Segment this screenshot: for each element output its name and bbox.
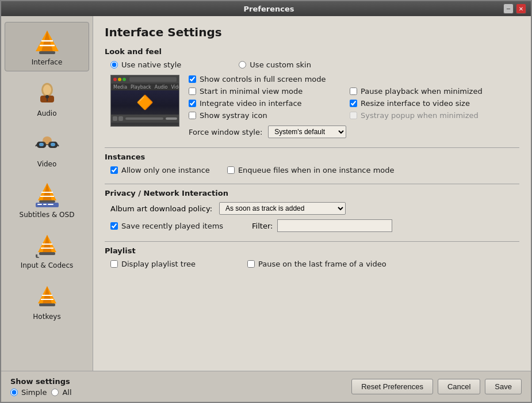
main-panel: Interface Settings Look and feel Use nat… [93,16,531,371]
check-fullscreen-label: Show controls in full screen mode [200,75,326,83]
radio-native-label: Use native style [121,60,181,69]
check-integrate-video[interactable]: Integrate video in interface [189,99,350,108]
check-one-instance[interactable]: Allow only one instance [110,166,210,174]
sidebar-label-video: Video [37,160,57,168]
radio-custom-label: Use custom skin [250,60,311,69]
instances-heading: Instances [105,153,519,161]
look-feel-section: Look and feel Use native style Use custo… [105,47,519,138]
sidebar-label-audio: Audio [37,109,56,117]
show-settings-radios: Simple All [10,388,72,397]
sidebar-item-video[interactable]: Video [5,124,89,173]
check-enqueue[interactable]: Enqueue files when in one instance mode [227,166,395,174]
svg-point-6 [43,85,51,95]
svg-rect-36 [39,303,55,306]
show-settings-area: Show settings Simple All [10,377,72,397]
show-settings-label: Show settings [10,377,72,386]
page-title: Interface Settings [105,25,519,39]
filter-label: Filter: [252,222,273,230]
svg-line-14 [58,145,59,146]
force-window-row: Force window style: System's default [189,126,519,138]
radio-native-style[interactable]: Use native style [110,60,181,69]
check-resize-interface[interactable]: Resize interface to video size [350,99,470,108]
reset-preferences-button[interactable]: Reset Preferences [351,379,433,394]
privacy-section: Privacy / Network Interaction Album art … [105,189,519,232]
album-art-select[interactable]: As soon as track is added [219,202,346,215]
sidebar-label-subtitles: Subtitles & OSD [20,211,75,219]
sidebar-label-interface: Interface [32,58,63,66]
force-window-select[interactable]: System's default [268,126,346,138]
filter-input[interactable] [277,219,392,232]
radio-all-label: All [62,388,71,397]
radio-custom-skin[interactable]: Use custom skin [239,60,311,69]
svg-rect-31 [39,252,55,255]
check-recently-played-label: Save recently played items [121,222,223,230]
subtitles-icon [32,180,62,210]
force-window-label: Force window style: [189,128,262,136]
sidebar: Interface Audio [1,16,93,371]
look-feel-heading: Look and feel [105,47,519,56]
check-recently-played[interactable]: Save recently played items [110,222,223,230]
preferences-window: Preferences ─ ✕ Interface [0,0,532,403]
save-button[interactable]: Save [485,379,522,394]
check-integrate-label: Integrate video in interface [200,99,302,108]
check-display-tree[interactable]: Display playlist tree [110,260,196,268]
check-enqueue-label: Enqueue files when in one instance mode [238,166,395,174]
bottom-bar: Show settings Simple All Reset Preferenc… [1,371,531,402]
check-fullscreen-controls[interactable]: Show controls in full screen mode [189,75,519,83]
radio-all[interactable]: All [51,388,71,397]
radio-simple-label: Simple [21,388,47,397]
svg-rect-28 [48,204,53,205]
content-area: Interface Audio [1,16,531,371]
check-systray-popup: Systray popup when minimized [350,111,479,120]
minimize-button[interactable]: ─ [503,3,514,14]
input-icon [32,230,62,260]
sidebar-item-subtitles[interactable]: Subtitles & OSD [5,175,89,223]
radio-simple[interactable]: Simple [10,388,47,397]
privacy-heading: Privacy / Network Interaction [105,189,519,197]
video-icon [32,129,62,159]
audio-icon [32,78,62,108]
playlist-heading: Playlist [105,246,519,255]
instances-section: Instances Allow only one instance Enqueu… [105,153,519,174]
check-systray-popup-label: Systray popup when minimized [361,111,479,120]
check-pause-last-frame-label: Pause on the last frame of a video [258,260,386,268]
svg-rect-26 [37,204,42,205]
check-systray[interactable]: Show systray icon [189,111,350,120]
check-minimal-label: Start in minimal view mode [200,87,303,96]
check-pause-minimized[interactable]: Pause playback when minimized [350,87,483,96]
svg-rect-22 [39,200,55,203]
titlebar-buttons: ─ ✕ [503,3,526,14]
check-minimal-view[interactable]: Start in minimal view mode [189,87,350,96]
check-one-instance-label: Allow only one instance [121,166,210,174]
album-art-label: Album art download policy: [110,204,212,213]
sidebar-label-input: Input & Codecs [21,261,74,269]
check-systray-label: Show systray icon [200,111,267,120]
playlist-section: Playlist Display playlist tree Pause on … [105,246,519,268]
filter-row: Filter: [252,219,392,232]
preview-image: Media Playback Audio Video 🔶 [110,75,179,127]
check-pause-minimized-label: Pause playback when minimized [361,87,483,96]
hotkeys-icon [32,282,62,311]
playlist-row: Display playlist tree Pause on the last … [110,260,519,268]
close-button[interactable]: ✕ [516,3,526,14]
window-title: Preferences [35,5,503,13]
sidebar-item-interface[interactable]: Interface [5,22,89,71]
cancel-button[interactable]: Cancel [438,379,480,394]
svg-rect-18 [39,143,44,146]
check-resize-label: Resize interface to video size [361,99,470,108]
check-display-tree-label: Display playlist tree [121,260,196,268]
sidebar-item-input[interactable]: Input & Codecs [5,226,89,274]
instances-row: Allow only one instance Enqueue files wh… [110,166,519,174]
svg-rect-27 [43,204,47,205]
sidebar-item-hotkeys[interactable]: Hotkeys [5,277,89,325]
interface-icon [32,27,62,57]
sidebar-label-hotkeys: Hotkeys [33,313,60,321]
check-pause-last-frame[interactable]: Pause on the last frame of a video [247,260,386,268]
svg-rect-2 [39,51,55,54]
titlebar: Preferences ─ ✕ [1,1,531,16]
bottom-buttons: Reset Preferences Cancel Save [351,379,522,394]
svg-line-13 [36,145,37,146]
sidebar-item-audio[interactable]: Audio [5,74,89,122]
svg-rect-19 [51,143,55,146]
